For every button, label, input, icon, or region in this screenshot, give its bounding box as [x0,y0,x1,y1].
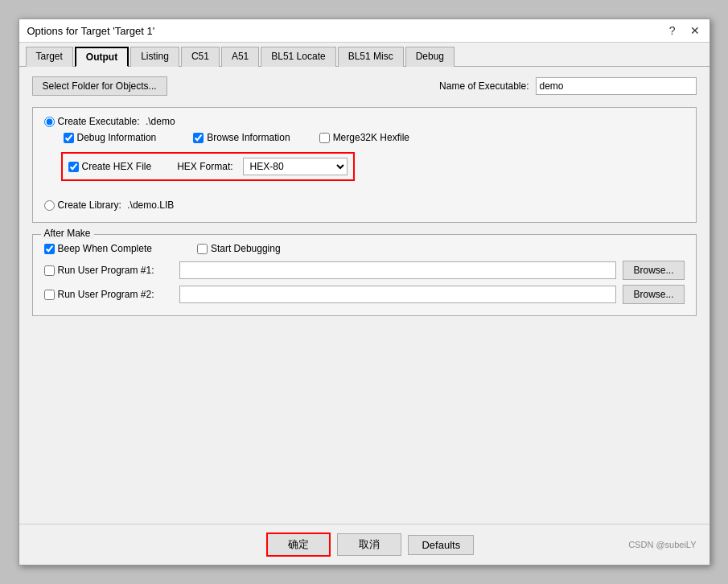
debug-info-checkbox-label[interactable]: Debug Information [64,132,157,143]
hex-format-select[interactable]: HEX-80 HEX-386 [243,158,348,175]
executable-label: Name of Executable: [439,80,529,92]
defaults-button[interactable]: Defaults [408,535,474,555]
dialog: Options for Target 'Target 1' ? ✕ Target… [19,19,710,565]
close-button[interactable]: ✕ [689,24,701,37]
watermark: CSDN @subeiLY [628,540,696,549]
run-program2-label: Run User Program #2: [58,289,154,300]
run-program1-label: Run User Program #1: [58,265,154,276]
tab-debug[interactable]: Debug [405,47,454,67]
beep-label: Beep When Complete [58,243,152,254]
run-program1-input[interactable] [179,261,617,279]
browse-info-checkbox[interactable] [193,133,204,143]
debug-info-label: Debug Information [77,132,157,143]
run-program2-row: Run User Program #2: Browse... [44,285,685,304]
merge32k-checkbox[interactable] [319,133,330,143]
create-hex-label: Create HEX File [82,161,152,172]
bottom-buttons: 确定 取消 Defaults [113,533,629,557]
run-program1-row: Run User Program #1: Browse... [44,261,685,280]
start-debug-checkbox-label[interactable]: Start Debugging [197,243,281,254]
create-library-label: Create Library: .\demo.LIB [58,199,175,211]
top-row: Select Folder for Objects... Name of Exe… [32,76,697,96]
start-debug-checkbox[interactable] [197,244,208,254]
create-executable-group: Create Executable: .\demo Debug Informat… [32,107,697,223]
run-program1-checkbox-label[interactable]: Run User Program #1: [44,265,173,276]
ok-button[interactable]: 确定 [266,533,331,557]
start-debug-label: Start Debugging [211,243,281,254]
cancel-button[interactable]: 取消 [337,533,401,556]
browse-info-label: Browse Information [207,132,290,143]
after-make-title: After Make [41,228,94,239]
tab-bl51locate[interactable]: BL51 Locate [261,47,335,67]
content-area: Select Folder for Objects... Name of Exe… [19,67,709,524]
title-bar: Options for Target 'Target 1' ? ✕ [19,19,709,43]
tab-bar: Target Output Listing C51 A51 BL51 Locat… [19,43,709,67]
create-library-radio-label[interactable]: Create Library: .\demo.LIB [44,199,175,211]
create-hex-row: Create HEX File HEX Format: HEX-80 HEX-3… [64,154,352,179]
tab-c51[interactable]: C51 [181,47,220,67]
create-library-row: Create Library: .\demo.LIB [44,199,685,211]
merge32k-label: Merge32K Hexfile [333,132,409,143]
run-program1-checkbox[interactable] [44,265,55,276]
browse-program2-button[interactable]: Browse... [623,285,684,304]
create-executable-row: Create Executable: .\demo [44,116,685,127]
beep-checkbox-label[interactable]: Beep When Complete [44,243,152,254]
run-program2-checkbox[interactable] [44,290,55,300]
after-make-group: After Make Beep When Complete Start Debu… [32,234,697,316]
tab-a51[interactable]: A51 [221,47,259,67]
tab-target[interactable]: Target [26,47,73,67]
create-hex-checkbox[interactable] [68,162,79,172]
help-button[interactable]: ? [668,24,677,37]
tab-output[interactable]: Output [75,47,129,67]
create-executable-radio[interactable] [44,117,55,127]
select-folder-button[interactable]: Select Folder for Objects... [32,76,167,96]
bottom-bar: 确定 取消 Defaults CSDN @subeiLY [19,524,709,565]
run-program2-input[interactable] [179,286,617,303]
executable-input[interactable] [536,77,697,95]
create-executable-label: Create Executable: .\demo [58,116,175,127]
beep-debug-row: Beep When Complete Start Debugging [44,243,685,254]
create-hex-checkbox-label[interactable]: Create HEX File [68,161,152,172]
browse-info-checkbox-label[interactable]: Browse Information [193,132,290,143]
create-library-radio[interactable] [44,200,55,211]
browse-program1-button[interactable]: Browse... [623,261,684,280]
merge32k-checkbox-label[interactable]: Merge32K Hexfile [319,132,409,143]
hex-format-label: HEX Format: [177,161,232,172]
tab-listing[interactable]: Listing [130,47,179,67]
create-executable-radio-label[interactable]: Create Executable: .\demo [44,116,175,127]
dialog-title: Options for Target 'Target 1' [27,25,155,37]
debug-info-checkbox[interactable] [64,133,74,143]
debug-browse-merge-row: Debug Information Browse Information Mer… [64,132,685,143]
tab-bl51misc[interactable]: BL51 Misc [338,47,404,67]
beep-checkbox[interactable] [44,244,55,254]
run-program2-checkbox-label[interactable]: Run User Program #2: [44,289,173,300]
